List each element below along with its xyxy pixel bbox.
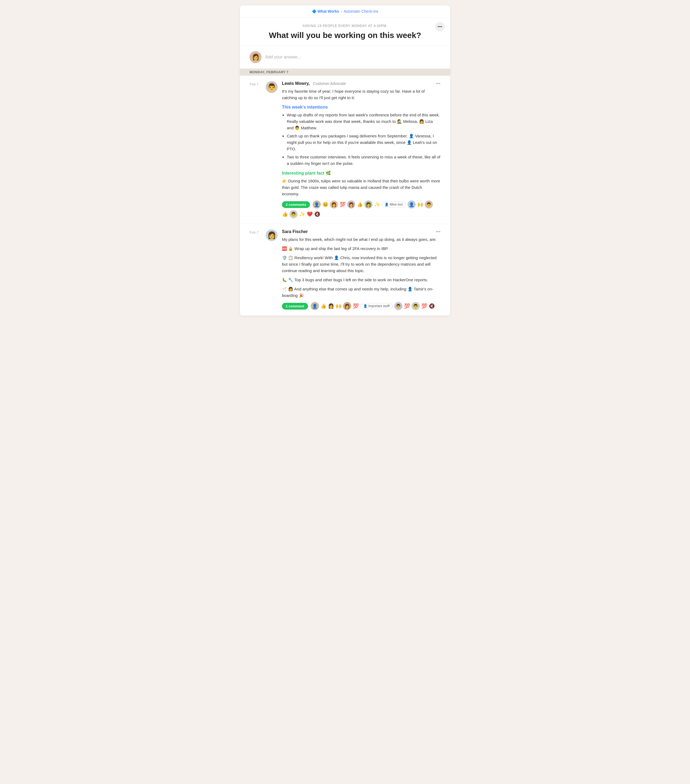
post-more-lewis[interactable]: ••• xyxy=(436,81,441,86)
asking-label: ASKING 19 PEOPLE EVERY MONDAY AT 4:30PM. xyxy=(249,24,441,28)
sara-intro: My plans for this week, which might not … xyxy=(282,236,441,243)
brand-link[interactable]: 🔷 What Works xyxy=(312,9,339,13)
sara-reaction-emoji-6: 💯 xyxy=(421,303,427,309)
header-section: ASKING 19 PEOPLE EVERY MONDAY AT 4:30PM.… xyxy=(240,18,450,46)
lewis-reactions-row: 2 comments 👤 😐 👩 💯 👩 👍 👩 ✨ 👤 Mine too! 👤… xyxy=(282,201,441,218)
main-question: What will you be working on this week? xyxy=(249,30,441,40)
date-divider: MONDAY, FEBRUARY 7 xyxy=(240,69,450,76)
reaction-emoji-heart: ❤️ xyxy=(307,211,313,217)
sara-reaction-avatar-2: 👩 xyxy=(343,302,351,310)
sara-line2: 🛡️ 📋 Resiliency work! With 👤 Chris, now … xyxy=(282,255,441,274)
lewis-intro: It's my favorite time of year; I hope ev… xyxy=(282,88,441,101)
reaction-avatar-7: 👨 xyxy=(289,210,297,218)
reaction-avatar-2: 👩 xyxy=(330,201,338,209)
post-header-lewis: Lewis Mowry, Customer Advocate ••• xyxy=(282,81,441,86)
post-date-lewis: Feb 7 xyxy=(249,81,261,218)
reaction-emoji-7: ✨ xyxy=(299,211,305,217)
lewis-comment-btn[interactable]: 2 comments xyxy=(282,201,310,208)
lewis-bullet-1: Wrap up drafts of my reports from last w… xyxy=(287,112,441,131)
top-nav: 🔷 What Works › Automatic Check-ins xyxy=(240,5,450,18)
important-stuff-label: Important stuff! xyxy=(368,304,390,308)
reaction-emoji-5: 🙌 xyxy=(417,201,423,208)
lewis-plant-fact: 👉 During the 1600s, tulips were so valua… xyxy=(282,178,441,197)
sara-reactions-row: 1 comment 👤 👍 👩 🙌 👩 💯 👤 Important stuff!… xyxy=(282,302,441,310)
avatar-lewis: 👨 xyxy=(266,81,277,93)
sara-reaction-emoji-4: 💯 xyxy=(353,303,359,309)
sara-reaction-emoji-mute: 🔇 xyxy=(429,303,435,309)
reaction-emoji-2: 💯 xyxy=(340,201,345,208)
main-card: 🔷 What Works › Automatic Check-ins ASKIN… xyxy=(240,5,450,316)
post-lewis: Feb 7 👨 Lewis Mowry, Customer Advocate •… xyxy=(240,76,450,224)
reaction-avatar-4: 👩 xyxy=(365,201,373,209)
sara-reaction-emoji-2: 👩 xyxy=(328,303,334,309)
lewis-section1-heading: This week's intentions xyxy=(282,105,441,110)
reaction-emoji-1: 😐 xyxy=(322,201,328,208)
more-options-button[interactable]: ••• xyxy=(435,22,445,31)
important-stuff-avatar: 👤 xyxy=(363,304,367,308)
lewis-bullet-2: Catch up on thank you packages / swag de… xyxy=(287,133,441,152)
post-content-sara: Sara Fischer ••• My plans for this week,… xyxy=(282,229,441,310)
mine-too-badge[interactable]: 👤 Mine too! xyxy=(382,201,406,208)
add-answer-input[interactable]: Add your answer... xyxy=(265,55,441,59)
more-icon: ••• xyxy=(438,24,442,29)
reaction-emoji-4: ✨ xyxy=(374,201,380,208)
reaction-emoji-6: 👍 xyxy=(282,211,288,217)
reaction-avatar-6: 👨 xyxy=(425,201,433,209)
sara-line1: 🆘 🔒 Wrap up and ship the last leg of 2FA… xyxy=(282,245,441,252)
mine-too-label: Mine too! xyxy=(390,203,403,206)
sara-reaction-avatar-1: 👤 xyxy=(311,302,319,310)
sara-reaction-avatar-3: 👨 xyxy=(395,302,403,310)
post-sara: Feb 7 👩 Sara Fischer ••• My plans for th… xyxy=(240,224,450,316)
avatar-sara: 👩 xyxy=(266,229,277,241)
post-more-sara[interactable]: ••• xyxy=(436,229,441,234)
sara-reaction-avatar-4: 👨 xyxy=(411,302,420,310)
reaction-avatar-1[interactable]: 👤 xyxy=(313,201,321,209)
lewis-section2-heading: Interesting plant fact 🌿 xyxy=(282,171,441,176)
post-content-lewis: Lewis Mowry, Customer Advocate ••• It's … xyxy=(282,81,441,218)
brand-name: What Works xyxy=(317,9,339,13)
sara-reaction-emoji-3: 🙌 xyxy=(335,303,342,309)
author-lewis: Lewis Mowry, xyxy=(282,81,310,86)
reaction-emoji-mute: 🔇 xyxy=(314,211,320,217)
post-date-sara: Feb 7 xyxy=(249,229,261,310)
sara-line3: 🐛 🔧 Top 3 bugs and other bugs I left on … xyxy=(282,277,441,283)
author-sara: Sara Fischer xyxy=(282,229,308,234)
reaction-avatar-3: 👩 xyxy=(347,201,355,209)
reaction-emoji-3: 👍 xyxy=(357,201,363,208)
sara-reaction-emoji-1: 👍 xyxy=(320,303,327,309)
important-stuff-badge[interactable]: 👤 Important stuff! xyxy=(360,303,393,309)
lewis-bullets: Wrap up drafts of my reports from last w… xyxy=(287,112,441,167)
add-answer-row: 👩 Add your answer... xyxy=(240,46,450,69)
reaction-avatar-5: 👤 xyxy=(408,201,416,209)
user-avatar: 👩 xyxy=(249,51,261,63)
role-lewis: Customer Advocate xyxy=(313,81,346,86)
sara-comment-btn[interactable]: 1 comment xyxy=(282,303,308,310)
sara-reaction-emoji-5: 💯 xyxy=(404,303,410,309)
sara-line4: 🥂 👩 And anything else that comes up and … xyxy=(282,286,441,299)
brand-icon: 🔷 xyxy=(312,9,317,13)
breadcrumb-sep: › xyxy=(341,9,342,13)
lewis-bullet-3: Two to three customer interviews. It fee… xyxy=(287,154,441,167)
sub-link[interactable]: Automatic Check-ins xyxy=(343,9,378,13)
mine-too-avatar: 👤 xyxy=(385,203,389,206)
post-header-sara: Sara Fischer ••• xyxy=(282,229,441,234)
